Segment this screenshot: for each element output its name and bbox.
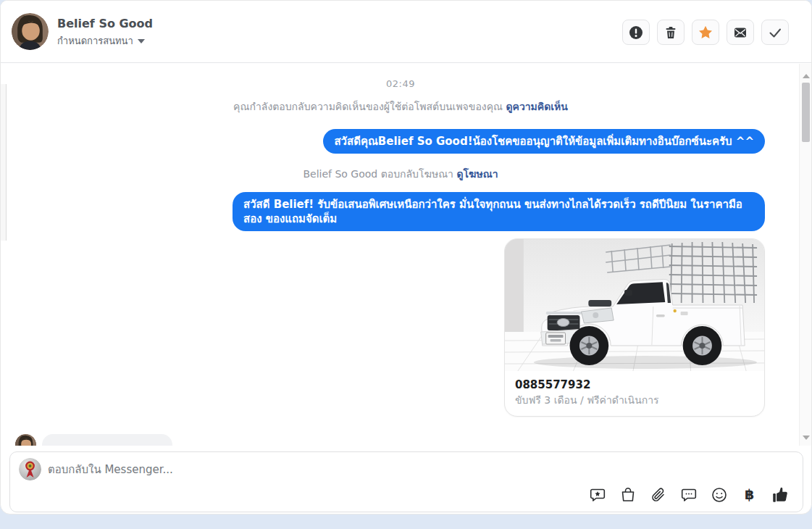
- attach-button[interactable]: [648, 485, 668, 504]
- avatar: [15, 434, 36, 446]
- saved-replies-button[interactable]: [587, 485, 607, 504]
- system-message-text: Belief So Good ตอบกลับโฆษณา: [303, 168, 456, 180]
- mark-done-button[interactable]: [761, 20, 789, 45]
- reply-input[interactable]: [48, 458, 613, 480]
- incoming-bubble-clipped: [42, 434, 172, 446]
- chat-scrollbar[interactable]: [799, 64, 811, 446]
- outgoing-message-2: สวัสดี Belief! รับข้อเสนอพิเศษเหนือกว่าใ…: [233, 192, 765, 231]
- avatar-image: [12, 13, 49, 50]
- view-ad-link[interactable]: ดูโฆษณา: [456, 168, 498, 180]
- incoming-message-partial: [15, 434, 172, 446]
- timestamp: 02:49: [1, 78, 800, 89]
- baht-icon: ฿: [745, 488, 754, 501]
- truck-photo: [505, 239, 764, 371]
- left-panel-edge: [1, 84, 7, 241]
- header-actions: [622, 20, 789, 45]
- page-title: Belief So Good: [57, 17, 153, 30]
- shopping-bag-icon: [619, 486, 637, 504]
- card-promo-text: ขับฟรี 3 เดือน / ฟรีค่าดำเนินการ: [515, 393, 754, 407]
- trash-icon: [664, 25, 678, 40]
- avatar[interactable]: [12, 13, 49, 50]
- chevron-down-icon: [138, 39, 145, 43]
- bubble-dots-icon: [680, 486, 698, 504]
- reply-composer[interactable]: ฿: [9, 451, 803, 512]
- card-phone-number: 0885577932: [515, 378, 754, 393]
- view-comment-link[interactable]: ดูความคิดเห็น: [506, 101, 567, 112]
- system-message-ad: Belief So Good ตอบกลับโฆษณา ดูโฆษณา: [1, 166, 800, 182]
- schedule-label: กำหนดการสนทนา: [57, 33, 133, 49]
- star-button[interactable]: [692, 20, 719, 45]
- exclamation-circle-icon: [629, 25, 643, 40]
- conversation-schedule-dropdown[interactable]: กำหนดการสนทนา: [57, 33, 145, 49]
- star-icon: [698, 25, 713, 41]
- scroll-up-arrow[interactable]: [803, 74, 810, 78]
- thumbs-up-icon: [771, 486, 790, 504]
- products-button[interactable]: [618, 485, 637, 504]
- envelope-icon: [733, 25, 748, 40]
- mark-unread-button[interactable]: [727, 20, 754, 45]
- outgoing-message-1: สวัสดีคุณBelief So Good!น้องโชคขออนุญาติ…: [323, 129, 765, 154]
- like-button[interactable]: [770, 485, 790, 504]
- report-button[interactable]: [622, 20, 650, 45]
- emoji-button[interactable]: [709, 485, 729, 504]
- bubble-star-icon: [589, 486, 606, 504]
- message-list[interactable]: 02:49 คุณกำลังตอบกลับความคิดเห็นของผู้ใช…: [1, 64, 800, 446]
- paperclip-icon: [650, 486, 667, 504]
- system-message-comment: คุณกำลังตอบกลับความคิดเห็นของผู้ใช้ต่อโพ…: [1, 99, 800, 114]
- check-icon: [767, 25, 783, 41]
- scroll-down-arrow[interactable]: [803, 436, 810, 440]
- scrollbar-thumb[interactable]: [802, 83, 810, 142]
- smiley-icon: [711, 486, 728, 504]
- conversation-header: Belief So Good กำหนดการสนทนา: [1, 1, 811, 63]
- attachment-card-body: 0885577932 ขับฟรี 3 เดือน / ฟรีค่าดำเนิน…: [505, 371, 764, 416]
- conversation-panel: Belief So Good กำหนดการสนทนา: [0, 0, 812, 515]
- page-logo-avatar: [19, 458, 41, 480]
- payment-button[interactable]: ฿: [740, 485, 759, 504]
- comment-button[interactable]: [679, 485, 698, 504]
- attachment-card[interactable]: 0885577932 ขับฟรี 3 เดือน / ฟรีค่าดำเนิน…: [504, 238, 765, 417]
- delete-button[interactable]: [657, 20, 685, 45]
- composer-toolbar: ฿: [587, 485, 790, 504]
- system-message-text: คุณกำลังตอบกลับความคิดเห็นของผู้ใช้ต่อโพ…: [233, 101, 506, 112]
